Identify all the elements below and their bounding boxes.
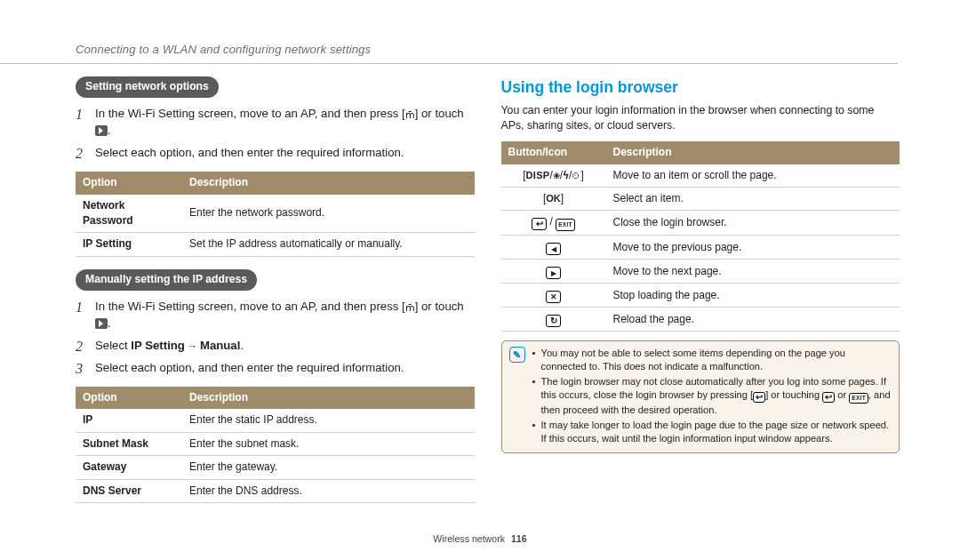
reload-icon: [546, 315, 561, 327]
table-row: [OK] Select an item.: [501, 187, 900, 210]
step-item: In the Wi-Fi Setting screen, move to an …: [76, 105, 475, 139]
note-item: You may not be able to select some items…: [532, 347, 892, 373]
macro-icon: [553, 169, 560, 181]
touch-right-icon: [95, 125, 108, 136]
table-network-options: Option Description Network PasswordEnter…: [76, 172, 475, 257]
icon-cell-disp: [DISP///]: [501, 164, 606, 188]
col-header: Option: [76, 172, 182, 194]
icon-cell-stop: [501, 284, 606, 308]
table-row: / EXIT Close the login browser.: [501, 211, 900, 236]
footer-section: Wireless network: [433, 533, 505, 544]
note-box: ✎ You may not be able to select some ite…: [501, 340, 900, 453]
col-header: Option: [76, 387, 182, 409]
table-row: Move to the previous page.: [501, 236, 900, 260]
icon-cell-reload: [501, 308, 606, 332]
page-footer: Wireless network 116: [0, 532, 960, 546]
subheading-setting-network-options: Setting network options: [76, 76, 219, 98]
left-column: Setting network options In the Wi-Fi Set…: [76, 76, 475, 516]
heading-login-browser: Using the login browser: [501, 76, 900, 99]
touch-right-icon: [95, 318, 108, 329]
table-row: Stop loading the page.: [501, 284, 900, 308]
step-item: Select each option, and then enter the r…: [76, 144, 475, 161]
exit-icon: EXIT: [849, 393, 868, 404]
table-row: DNS ServerEnter the DNS address.: [76, 479, 475, 502]
intro-paragraph: You can enter your login information in …: [501, 103, 900, 135]
timer-icon: [572, 169, 580, 181]
table-row: Subnet MaskEnter the subnet mask.: [76, 432, 475, 455]
col-header: Description: [606, 141, 900, 164]
steps-manual-ip: In the Wi-Fi Setting screen, move to an …: [76, 298, 475, 377]
col-header: Button/Icon: [501, 141, 606, 164]
right-column: Using the login browser You can enter yo…: [501, 76, 900, 516]
icon-cell-next: [501, 260, 606, 284]
table-button-icon: Button/Icon Description [DISP///] Move t…: [501, 141, 900, 332]
table-row: [DISP///] Move to an item or scroll the …: [501, 164, 900, 188]
triangle-right-icon: [546, 267, 561, 279]
subheading-manual-ip: Manually setting the IP address: [76, 269, 257, 291]
steps-setting-network-options: In the Wi-Fi Setting screen, move to an …: [76, 105, 475, 161]
col-header: Description: [182, 387, 475, 409]
note-item: It may take longer to load the login pag…: [532, 419, 892, 445]
breadcrumb-section-header: Connecting to a WLAN and configuring net…: [0, 0, 898, 64]
note-icon: ✎: [509, 347, 525, 363]
icon-cell-ok: [OK]: [501, 187, 606, 210]
icon-cell-prev: [501, 236, 606, 260]
exit-icon: EXIT: [556, 219, 575, 231]
note-item: The login browser may not close automati…: [532, 375, 892, 417]
table-row: GatewayEnter the gateway.: [76, 456, 475, 479]
step-item: Select each option, and then enter the r…: [76, 359, 475, 376]
page-number: 116: [511, 533, 527, 544]
table-row: IPEnter the static IP address.: [76, 409, 475, 432]
x-icon: [546, 291, 561, 303]
col-header: Description: [182, 172, 475, 194]
step-item: Select IP Setting→Manual.: [76, 337, 475, 354]
triangle-left-icon: [546, 243, 561, 255]
menu-icon: m̄: [405, 110, 415, 120]
back-icon: [532, 218, 547, 230]
icon-cell-back-exit: / EXIT: [501, 211, 606, 236]
arrow-right-icon: →: [188, 340, 197, 351]
table-row: IP SettingSet the IP address automatical…: [76, 233, 475, 256]
table-ip-options: Option Description IPEnter the static IP…: [76, 387, 475, 503]
back-icon: [753, 392, 765, 403]
back-icon: [822, 392, 835, 403]
table-row: Move to the next page.: [501, 260, 900, 284]
flash-icon: [563, 169, 569, 181]
table-row: Network PasswordEnter the network passwo…: [76, 195, 475, 233]
step-item: In the Wi-Fi Setting screen, move to an …: [76, 298, 475, 332]
table-row: Reload the page.: [501, 308, 900, 332]
note-list: You may not be able to select some items…: [532, 347, 892, 447]
menu-icon: m̄: [405, 303, 415, 313]
